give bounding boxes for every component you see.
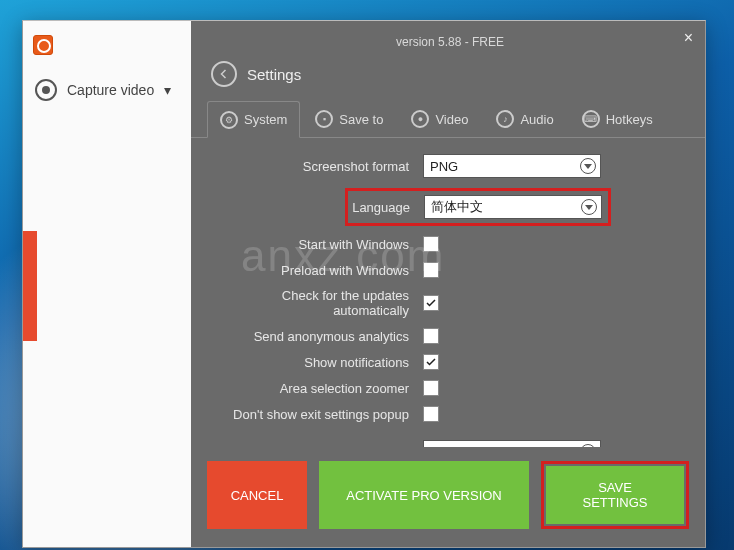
- row-preload-windows: Preload with Windows: [211, 262, 681, 278]
- preload-windows-label: Preload with Windows: [211, 263, 409, 278]
- arrow-left-icon: [218, 68, 230, 80]
- tab-video-label: Video: [435, 112, 468, 127]
- row-area-zoomer: Area selection zoomer: [211, 380, 681, 396]
- screenshot-format-label: Screenshot format: [211, 159, 409, 174]
- tab-hotkeys[interactable]: ⌨ Hotkeys: [569, 101, 666, 137]
- row-webcam: Webcam: [211, 440, 681, 447]
- activate-pro-button[interactable]: ACTIVATE PRO VERSION: [319, 461, 529, 529]
- start-windows-label: Start with Windows: [211, 237, 409, 252]
- check-updates-checkbox[interactable]: [423, 295, 439, 311]
- app-logo-icon: [33, 35, 53, 55]
- sidebar: Capture video ▾: [23, 21, 191, 547]
- gear-icon: ⚙: [220, 111, 238, 129]
- tab-audio[interactable]: ♪ Audio: [483, 101, 566, 137]
- start-windows-checkbox[interactable]: [423, 236, 439, 252]
- settings-panel: × version 5.88 - FREE Settings ⚙ System …: [191, 21, 705, 547]
- video-icon: ●: [411, 110, 429, 128]
- anon-analytics-label: Send anonymous analytics: [211, 329, 409, 344]
- tab-saveto-label: Save to: [339, 112, 383, 127]
- save-settings-button[interactable]: SAVE SETTINGS: [546, 466, 684, 524]
- back-button[interactable]: [211, 61, 237, 87]
- settings-title: Settings: [247, 66, 301, 83]
- language-label: Language: [352, 200, 410, 215]
- row-start-windows: Start with Windows: [211, 236, 681, 252]
- version-label: version 5.88 - FREE: [191, 21, 705, 53]
- form-area: Screenshot format PNG Language 简体中文 Star…: [191, 138, 705, 447]
- language-value: 简体中文: [431, 198, 483, 216]
- tab-save-to[interactable]: ▪ Save to: [302, 101, 396, 137]
- close-icon[interactable]: ×: [684, 29, 693, 47]
- tab-hotkeys-label: Hotkeys: [606, 112, 653, 127]
- screenshot-format-value: PNG: [430, 159, 458, 174]
- row-exit-popup: Don't show exit settings popup: [211, 406, 681, 422]
- webcam-select[interactable]: [423, 440, 601, 447]
- screenshot-format-select[interactable]: PNG: [423, 154, 601, 178]
- check-updates-label: Check for the updates automatically: [211, 288, 409, 318]
- capture-video-selector[interactable]: Capture video ▾: [23, 73, 191, 107]
- capture-video-label: Capture video: [67, 82, 154, 98]
- desktop-background: Capture video ▾ × version 5.88 - FREE Se…: [0, 0, 734, 550]
- show-notifications-checkbox[interactable]: [423, 354, 439, 370]
- chevron-down-icon: [580, 158, 596, 174]
- audio-icon: ♪: [496, 110, 514, 128]
- tab-system-label: System: [244, 112, 287, 127]
- area-zoomer-label: Area selection zoomer: [211, 381, 409, 396]
- record-icon: [35, 79, 57, 101]
- app-window: Capture video ▾ × version 5.88 - FREE Se…: [22, 20, 706, 548]
- row-show-notifications: Show notifications: [211, 354, 681, 370]
- row-anon-analytics: Send anonymous analytics: [211, 328, 681, 344]
- show-notifications-label: Show notifications: [211, 355, 409, 370]
- language-highlight: Language 简体中文: [345, 188, 611, 226]
- exit-popup-checkbox[interactable]: [423, 406, 439, 422]
- tabs: ⚙ System ▪ Save to ● Video ♪ Audio ⌨ H: [191, 101, 705, 138]
- row-screenshot-format: Screenshot format PNG: [211, 154, 681, 178]
- language-select[interactable]: 简体中文: [424, 195, 602, 219]
- cancel-button[interactable]: CANCEL: [207, 461, 307, 529]
- area-zoomer-checkbox[interactable]: [423, 380, 439, 396]
- preload-windows-checkbox[interactable]: [423, 262, 439, 278]
- row-check-updates: Check for the updates automatically: [211, 288, 681, 318]
- decorative-strip: [23, 231, 37, 341]
- exit-popup-label: Don't show exit settings popup: [211, 407, 409, 422]
- settings-header: Settings: [191, 53, 705, 101]
- save-highlight: SAVE SETTINGS: [541, 461, 689, 529]
- keyboard-icon: ⌨: [582, 110, 600, 128]
- save-icon: ▪: [315, 110, 333, 128]
- chevron-down-icon: ▾: [164, 82, 171, 98]
- button-bar: CANCEL ACTIVATE PRO VERSION SAVE SETTING…: [191, 447, 705, 547]
- anon-analytics-checkbox[interactable]: [423, 328, 439, 344]
- chevron-down-icon: [581, 199, 597, 215]
- tab-audio-label: Audio: [520, 112, 553, 127]
- tab-system[interactable]: ⚙ System: [207, 101, 300, 138]
- tab-video[interactable]: ● Video: [398, 101, 481, 137]
